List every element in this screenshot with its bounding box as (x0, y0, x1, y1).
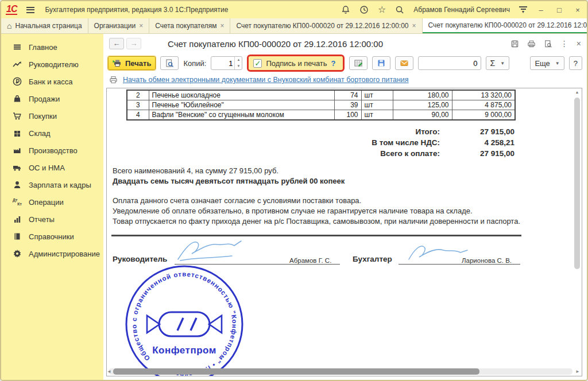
sidebar-item-administration[interactable]: Администрирование (1, 245, 103, 262)
edi-link[interactable]: Начать обмен электронными документами с … (123, 76, 409, 84)
sidebar-item-warehouse[interactable]: Склад (1, 125, 103, 142)
edit-layout-button[interactable] (349, 56, 368, 70)
row-number-cell: 2 (127, 90, 149, 100)
tab-invoice-1[interactable]: Счет покупателю КП00-000020 от 29.12.201… (230, 18, 422, 33)
book-icon (13, 232, 22, 241)
sidebar: Главное Руководителю Банк и касса Продаж… (1, 34, 103, 381)
close-button[interactable]: × (573, 6, 582, 14)
print-icon[interactable] (527, 40, 536, 48)
copies-stepper[interactable]: ▲▼ (211, 56, 242, 70)
service-menu-icon[interactable]: ▼ (519, 6, 527, 13)
truck-icon (13, 163, 22, 172)
main-menu-icon[interactable] (26, 7, 34, 13)
help-button[interactable]: ? (569, 56, 582, 70)
toolbar: Печать Копий: ▲▼ ✓ Подпись и печать ? (103, 53, 587, 73)
history-icon[interactable] (359, 5, 369, 14)
notifications-bell-icon[interactable] (341, 5, 350, 14)
printer-icon (113, 59, 122, 68)
item-name-cell: Вафли "Венские" со сгущенным молоком (149, 110, 334, 120)
sign-and-stamp-checkbox[interactable]: ✓ (253, 59, 262, 68)
tab-label: Счета покупателям (155, 22, 216, 30)
print-preview-button[interactable] (160, 56, 179, 70)
save-icon[interactable] (510, 40, 519, 48)
edi-exchange-icon (109, 75, 118, 84)
send-email-button[interactable] (395, 56, 413, 70)
amount-input[interactable] (418, 56, 481, 70)
sidebar-item-fixed-assets[interactable]: ОС и НМА (1, 159, 103, 176)
minimize-button[interactable]: – (536, 6, 546, 14)
scroll-left-icon[interactable]: ◄ (107, 369, 111, 374)
sidebar-item-main[interactable]: Главное (1, 38, 103, 56)
sidebar-item-sales[interactable]: Продажи (1, 90, 103, 107)
item-name-cell: Печенье шоколадное (149, 90, 334, 100)
document-title: Счет покупателю КП00-000020 от 29.12.201… (168, 39, 383, 49)
sidebar-item-payroll-hr[interactable]: Зарплата и кадры (1, 176, 103, 193)
search-icon[interactable] (395, 5, 404, 14)
sidebar-item-manager[interactable]: Руководителю (1, 56, 103, 73)
tab-customer-invoices[interactable]: Счета покупателям × (149, 18, 230, 33)
sum-cell: 13 320,00 (452, 90, 515, 100)
sidebar-item-reports[interactable]: Отчеты (1, 211, 103, 228)
sidebar-item-bank-cash[interactable]: Банк и касса (1, 73, 103, 90)
gear-icon (13, 249, 22, 258)
edi-link-row: Начать обмен электронными документами с … (103, 73, 587, 87)
tab-close-icon[interactable]: × (139, 22, 143, 30)
maximize-button[interactable]: □ (555, 6, 564, 14)
forward-button[interactable]: → (126, 38, 141, 49)
vat-row: В том числе НДС:4 258,21 (107, 137, 514, 148)
total-row: Итого:27 915,00 (107, 126, 514, 137)
favorites-star-icon[interactable]: ☆ (378, 5, 386, 14)
print-preview-area[interactable]: 2 Печенье шоколадное 74 шт 180,00 13 320… (106, 88, 582, 376)
amount-in-words: Двадцать семь тысяч девятьсот пятнадцать… (113, 176, 582, 186)
sign-and-stamp-annotation: ✓ Подпись и печать ? (247, 55, 344, 72)
tab-bar: ⌂ Начальная страница Организации × Счета… (1, 18, 587, 34)
tab-invoice-2-active[interactable]: Счет покупателю КП00-000020 от 29.12.201… (423, 18, 588, 33)
scroll-right-icon[interactable]: ► (575, 369, 580, 374)
table-edit-icon (354, 59, 363, 68)
print-button[interactable]: Печать (108, 56, 156, 70)
tab-home[interactable]: ⌂ Начальная страница (1, 18, 88, 33)
home-icon: ⌂ (7, 22, 11, 30)
checkbox-help-icon[interactable]: ? (331, 59, 336, 68)
tab-organizations[interactable]: Организации × (88, 18, 150, 33)
more-menu-icon[interactable]: ⋮ (560, 39, 568, 48)
sum-cell: 4 875,00 (452, 100, 515, 110)
tab-label: Счет покупателю КП00-000020 от 29.12.201… (428, 21, 588, 29)
sum-button[interactable]: Σ ▼ (486, 56, 510, 70)
horizontal-scroll-thumb[interactable] (113, 368, 479, 375)
payment-terms: Оплата данного счета означает согласие с… (113, 196, 559, 227)
scroll-up-icon[interactable]: ▲ (574, 90, 581, 95)
accountant-signature-line (399, 264, 520, 265)
more-actions-button[interactable]: Еще ▼ (530, 56, 564, 70)
spin-up-icon[interactable]: ▲ (235, 57, 242, 63)
current-user[interactable]: Абрамов Геннадий Сергеевич (413, 6, 510, 14)
app-title: Бухгалтерия предприятия, редакция 3.0 1С… (45, 6, 228, 14)
sidebar-item-purchases[interactable]: Покупки (1, 107, 103, 125)
sidebar-item-production[interactable]: Производство (1, 142, 103, 159)
sidebar-item-directories[interactable]: Справочники (1, 228, 103, 245)
stamp-company-name: Конфетпром (152, 345, 216, 356)
unit-cell: шт (361, 100, 393, 110)
row-number-cell: 4 (127, 110, 149, 120)
horizontal-scrollbar[interactable]: ◄ ► (109, 368, 572, 375)
tab-label: Начальная страница (15, 22, 82, 30)
copies-input[interactable] (211, 59, 234, 68)
envelope-icon (400, 59, 409, 68)
main-panel: ← → Счет покупателю КП00-000020 от 29.12… (103, 34, 587, 381)
sidebar-item-operations[interactable]: ДтКт Операции (1, 193, 103, 211)
quantity-cell: 100 (334, 110, 361, 120)
chevron-down-icon: ▼ (555, 61, 560, 66)
spin-down-icon[interactable]: ▼ (235, 63, 242, 69)
candy-icon (147, 312, 222, 336)
invoice-items-table: 2 Печенье шоколадное 74 шт 180,00 13 320… (126, 90, 516, 120)
tab-close-icon[interactable]: × (220, 22, 224, 30)
tab-close-icon[interactable]: × (412, 22, 416, 30)
price-cell: 90,00 (393, 110, 452, 120)
vertical-scrollbar[interactable]: ▲ (574, 90, 581, 367)
save-document-button[interactable] (372, 56, 390, 70)
preview-icon[interactable] (544, 40, 552, 48)
back-button[interactable]: ← (109, 38, 124, 49)
quantity-cell: 74 (334, 90, 361, 100)
close-document-icon[interactable]: × (577, 39, 581, 48)
vertical-scroll-thumb[interactable] (574, 98, 580, 269)
